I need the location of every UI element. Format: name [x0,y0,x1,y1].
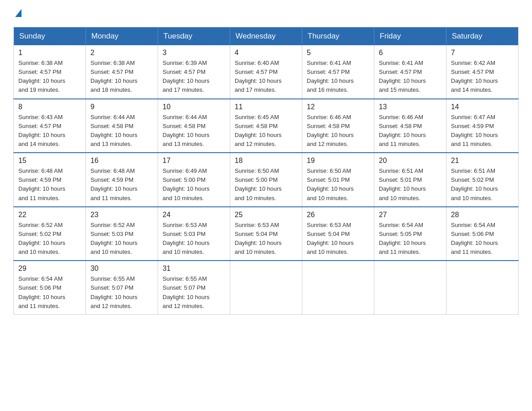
day-info: Sunrise: 6:44 AMSunset: 4:58 PMDaylight:… [163,113,225,149]
calendar-cell: 2Sunrise: 6:38 AMSunset: 4:57 PMDaylight… [86,45,158,99]
day-number: 12 [307,103,369,111]
calendar-cell: 19Sunrise: 6:50 AMSunset: 5:01 PMDayligh… [302,153,374,207]
day-number: 22 [18,211,81,219]
calendar-cell: 1Sunrise: 6:38 AMSunset: 4:57 PMDaylight… [14,45,86,99]
day-info: Sunrise: 6:39 AMSunset: 4:57 PMDaylight:… [163,59,225,95]
day-info: Sunrise: 6:42 AMSunset: 4:57 PMDaylight:… [451,59,514,95]
day-number: 28 [451,211,514,219]
calendar-cell: 4Sunrise: 6:40 AMSunset: 4:57 PMDaylight… [230,45,302,99]
weekday-header-monday: Monday [86,27,158,46]
calendar-cell: 17Sunrise: 6:49 AMSunset: 5:00 PMDayligh… [158,153,230,207]
calendar-cell: 6Sunrise: 6:41 AMSunset: 4:57 PMDaylight… [374,45,446,99]
day-info: Sunrise: 6:47 AMSunset: 4:59 PMDaylight:… [451,113,514,149]
day-info: Sunrise: 6:54 AMSunset: 5:06 PMDaylight:… [451,221,514,257]
calendar-cell: 14Sunrise: 6:47 AMSunset: 4:59 PMDayligh… [446,99,519,153]
calendar-cell [302,261,374,314]
calendar-cell [230,261,302,314]
day-info: Sunrise: 6:52 AMSunset: 5:03 PMDaylight:… [90,221,153,257]
day-number: 25 [235,211,297,219]
day-info: Sunrise: 6:40 AMSunset: 4:57 PMDaylight:… [235,59,297,95]
day-info: Sunrise: 6:50 AMSunset: 5:00 PMDaylight:… [235,167,297,203]
day-number: 20 [379,157,442,165]
day-info: Sunrise: 6:46 AMSunset: 4:58 PMDaylight:… [307,113,369,149]
day-number: 18 [235,157,297,165]
calendar-cell [374,261,446,314]
day-number: 23 [90,211,153,219]
day-info: Sunrise: 6:45 AMSunset: 4:58 PMDaylight:… [235,113,297,149]
day-info: Sunrise: 6:44 AMSunset: 4:58 PMDaylight:… [90,113,153,149]
calendar-cell: 23Sunrise: 6:52 AMSunset: 5:03 PMDayligh… [86,207,158,261]
calendar-cell: 9Sunrise: 6:44 AMSunset: 4:58 PMDaylight… [86,99,158,153]
logo [13,9,21,19]
calendar-cell: 18Sunrise: 6:50 AMSunset: 5:00 PMDayligh… [230,153,302,207]
day-number: 31 [163,265,225,273]
day-number: 17 [163,157,225,165]
weekday-header-saturday: Saturday [446,27,519,46]
calendar-cell: 29Sunrise: 6:54 AMSunset: 5:06 PMDayligh… [14,261,86,314]
day-info: Sunrise: 6:55 AMSunset: 5:07 PMDaylight:… [163,274,225,311]
day-number: 10 [163,103,225,111]
calendar-table: SundayMondayTuesdayWednesdayThursdayFrid… [13,27,519,315]
calendar-week-row: 29Sunrise: 6:54 AMSunset: 5:06 PMDayligh… [14,261,519,314]
day-info: Sunrise: 6:49 AMSunset: 5:00 PMDaylight:… [163,167,225,203]
day-info: Sunrise: 6:48 AMSunset: 4:59 PMDaylight:… [90,167,153,203]
day-number: 6 [379,49,442,57]
calendar-cell: 22Sunrise: 6:52 AMSunset: 5:02 PMDayligh… [14,207,86,261]
day-info: Sunrise: 6:51 AMSunset: 5:01 PMDaylight:… [379,167,442,203]
day-info: Sunrise: 6:53 AMSunset: 5:03 PMDaylight:… [163,221,225,257]
weekday-header-row: SundayMondayTuesdayWednesdayThursdayFrid… [14,27,519,46]
calendar-cell: 31Sunrise: 6:55 AMSunset: 5:07 PMDayligh… [158,261,230,314]
day-info: Sunrise: 6:53 AMSunset: 5:04 PMDaylight:… [235,221,297,257]
day-number: 16 [90,157,153,165]
weekday-header-thursday: Thursday [302,27,374,46]
day-info: Sunrise: 6:43 AMSunset: 4:57 PMDaylight:… [18,113,81,149]
day-number: 13 [379,103,442,111]
calendar-week-row: 15Sunrise: 6:48 AMSunset: 4:59 PMDayligh… [14,153,519,207]
day-number: 30 [90,265,153,273]
calendar-cell [446,261,519,314]
day-number: 29 [18,265,81,273]
day-info: Sunrise: 6:51 AMSunset: 5:02 PMDaylight:… [451,167,514,203]
calendar-cell: 3Sunrise: 6:39 AMSunset: 4:57 PMDaylight… [158,45,230,99]
day-info: Sunrise: 6:55 AMSunset: 5:07 PMDaylight:… [90,274,153,311]
calendar-cell: 11Sunrise: 6:45 AMSunset: 4:58 PMDayligh… [230,99,302,153]
day-info: Sunrise: 6:50 AMSunset: 5:01 PMDaylight:… [307,167,369,203]
calendar-cell: 28Sunrise: 6:54 AMSunset: 5:06 PMDayligh… [446,207,519,261]
calendar-cell: 16Sunrise: 6:48 AMSunset: 4:59 PMDayligh… [86,153,158,207]
day-number: 8 [18,103,81,111]
logo-triangle-icon [15,9,21,17]
calendar-cell: 7Sunrise: 6:42 AMSunset: 4:57 PMDaylight… [446,45,519,99]
calendar-cell: 5Sunrise: 6:41 AMSunset: 4:57 PMDaylight… [302,45,374,99]
day-info: Sunrise: 6:54 AMSunset: 5:05 PMDaylight:… [379,221,442,257]
day-number: 26 [307,211,369,219]
day-number: 7 [451,49,514,57]
calendar-cell: 30Sunrise: 6:55 AMSunset: 5:07 PMDayligh… [86,261,158,314]
calendar-cell: 20Sunrise: 6:51 AMSunset: 5:01 PMDayligh… [374,153,446,207]
day-number: 4 [235,49,297,57]
day-number: 21 [451,157,514,165]
calendar-week-row: 8Sunrise: 6:43 AMSunset: 4:57 PMDaylight… [14,99,519,153]
day-number: 11 [235,103,297,111]
day-info: Sunrise: 6:53 AMSunset: 5:04 PMDaylight:… [307,221,369,257]
calendar-week-row: 22Sunrise: 6:52 AMSunset: 5:02 PMDayligh… [14,207,519,261]
day-info: Sunrise: 6:38 AMSunset: 4:57 PMDaylight:… [90,59,153,95]
calendar-cell: 15Sunrise: 6:48 AMSunset: 4:59 PMDayligh… [14,153,86,207]
day-info: Sunrise: 6:52 AMSunset: 5:02 PMDaylight:… [18,221,81,257]
day-info: Sunrise: 6:41 AMSunset: 4:57 PMDaylight:… [379,59,442,95]
calendar-cell: 8Sunrise: 6:43 AMSunset: 4:57 PMDaylight… [14,99,86,153]
day-info: Sunrise: 6:48 AMSunset: 4:59 PMDaylight:… [18,167,81,203]
day-number: 2 [90,49,153,57]
weekday-header-sunday: Sunday [14,27,86,46]
day-info: Sunrise: 6:38 AMSunset: 4:57 PMDaylight:… [18,59,81,95]
calendar-cell: 27Sunrise: 6:54 AMSunset: 5:05 PMDayligh… [374,207,446,261]
day-info: Sunrise: 6:46 AMSunset: 4:58 PMDaylight:… [379,113,442,149]
day-number: 5 [307,49,369,57]
day-number: 9 [90,103,153,111]
calendar-week-row: 1Sunrise: 6:38 AMSunset: 4:57 PMDaylight… [14,45,519,99]
day-number: 15 [18,157,81,165]
day-number: 14 [451,103,514,111]
calendar-cell: 10Sunrise: 6:44 AMSunset: 4:58 PMDayligh… [158,99,230,153]
day-number: 27 [379,211,442,219]
calendar-cell: 12Sunrise: 6:46 AMSunset: 4:58 PMDayligh… [302,99,374,153]
page-header [13,9,519,19]
